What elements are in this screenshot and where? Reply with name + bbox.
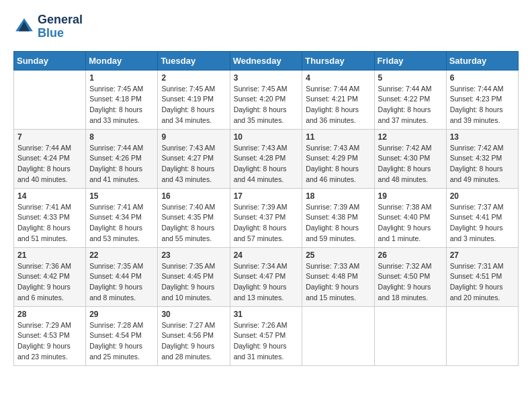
logo: General Blue <box>13 13 83 40</box>
sunset-text: Sunset: 4:32 PM <box>450 154 502 162</box>
day-number: 26 <box>378 250 443 260</box>
sunset-text: Sunset: 4:47 PM <box>234 272 286 280</box>
sunset-text: Sunset: 4:20 PM <box>234 95 286 103</box>
day-number: 15 <box>89 191 154 201</box>
sunrise-text: Sunrise: 7:35 AM <box>89 262 143 270</box>
daylight-text: Daylight: 8 hours and 41 minutes. <box>89 165 142 183</box>
day-info: Sunrise: 7:39 AMSunset: 4:37 PMDaylight:… <box>234 202 299 244</box>
day-info: Sunrise: 7:42 AMSunset: 4:32 PMDaylight:… <box>450 143 515 185</box>
daylight-text: Daylight: 9 hours and 23 minutes. <box>17 342 71 361</box>
calendar-week-3: 14Sunrise: 7:41 AMSunset: 4:33 PMDayligh… <box>14 188 519 247</box>
day-info: Sunrise: 7:44 AMSunset: 4:26 PMDaylight:… <box>89 143 154 185</box>
sunrise-text: Sunrise: 7:42 AM <box>450 144 504 152</box>
day-info: Sunrise: 7:37 AMSunset: 4:41 PMDaylight:… <box>450 202 515 244</box>
weekday-header-monday: Monday <box>86 51 158 70</box>
sunset-text: Sunset: 4:29 PM <box>306 154 358 162</box>
sunrise-text: Sunrise: 7:35 AM <box>161 262 215 270</box>
weekday-header-tuesday: Tuesday <box>158 51 230 70</box>
sunrise-text: Sunrise: 7:37 AM <box>450 203 504 211</box>
day-info: Sunrise: 7:38 AMSunset: 4:40 PMDaylight:… <box>378 202 443 244</box>
day-number: 10 <box>234 132 299 142</box>
weekday-header-sunday: Sunday <box>14 51 86 70</box>
daylight-text: Daylight: 8 hours and 46 minutes. <box>306 165 359 183</box>
day-info: Sunrise: 7:26 AMSunset: 4:57 PMDaylight:… <box>234 320 299 363</box>
sunset-text: Sunset: 4:38 PM <box>306 213 358 221</box>
sunset-text: Sunset: 4:24 PM <box>17 154 70 162</box>
day-number: 8 <box>89 132 154 142</box>
sunrise-text: Sunrise: 7:45 AM <box>89 85 143 93</box>
day-info: Sunrise: 7:45 AMSunset: 4:20 PMDaylight:… <box>234 84 299 126</box>
day-info: Sunrise: 7:41 AMSunset: 4:34 PMDaylight:… <box>89 202 154 244</box>
sunset-text: Sunset: 4:44 PM <box>89 272 142 280</box>
calendar-cell: 14Sunrise: 7:41 AMSunset: 4:33 PMDayligh… <box>14 188 86 247</box>
calendar-cell: 19Sunrise: 7:38 AMSunset: 4:40 PMDayligh… <box>374 188 446 247</box>
day-number: 14 <box>17 191 82 201</box>
sunset-text: Sunset: 4:26 PM <box>89 154 142 162</box>
sunrise-text: Sunrise: 7:28 AM <box>89 321 143 329</box>
day-number: 5 <box>378 73 443 83</box>
daylight-text: Daylight: 9 hours and 25 minutes. <box>89 342 142 361</box>
daylight-text: Daylight: 9 hours and 28 minutes. <box>161 342 214 361</box>
day-number: 12 <box>378 132 443 142</box>
day-info: Sunrise: 7:42 AMSunset: 4:30 PMDaylight:… <box>378 143 443 185</box>
calendar-cell: 16Sunrise: 7:40 AMSunset: 4:35 PMDayligh… <box>158 188 230 247</box>
calendar-cell: 17Sunrise: 7:39 AMSunset: 4:37 PMDayligh… <box>230 188 302 247</box>
calendar-cell: 29Sunrise: 7:28 AMSunset: 4:54 PMDayligh… <box>86 306 158 365</box>
sunrise-text: Sunrise: 7:43 AM <box>306 144 359 152</box>
daylight-text: Daylight: 9 hours and 15 minutes. <box>306 283 359 302</box>
day-number: 21 <box>17 250 82 260</box>
sunset-text: Sunset: 4:41 PM <box>450 213 502 221</box>
calendar-cell: 10Sunrise: 7:43 AMSunset: 4:28 PMDayligh… <box>230 129 302 188</box>
day-number: 11 <box>306 132 370 142</box>
calendar-cell: 21Sunrise: 7:36 AMSunset: 4:42 PMDayligh… <box>14 247 86 306</box>
calendar-cell: 15Sunrise: 7:41 AMSunset: 4:34 PMDayligh… <box>86 188 158 247</box>
calendar-cell: 12Sunrise: 7:42 AMSunset: 4:30 PMDayligh… <box>374 129 446 188</box>
weekday-header-friday: Friday <box>374 51 446 70</box>
day-number: 31 <box>234 310 299 319</box>
day-number: 7 <box>17 132 82 142</box>
sunrise-text: Sunrise: 7:39 AM <box>234 203 287 211</box>
day-info: Sunrise: 7:45 AMSunset: 4:18 PMDaylight:… <box>89 84 154 126</box>
calendar-cell: 27Sunrise: 7:31 AMSunset: 4:51 PMDayligh… <box>446 247 518 306</box>
logo-text-general: General <box>38 13 83 27</box>
weekday-header-thursday: Thursday <box>302 51 374 70</box>
calendar-cell: 1Sunrise: 7:45 AMSunset: 4:18 PMDaylight… <box>86 70 158 129</box>
day-number: 30 <box>161 310 226 319</box>
sunrise-text: Sunrise: 7:29 AM <box>17 321 71 329</box>
day-info: Sunrise: 7:44 AMSunset: 4:21 PMDaylight:… <box>306 84 370 126</box>
day-info: Sunrise: 7:33 AMSunset: 4:48 PMDaylight:… <box>306 261 370 304</box>
sunrise-text: Sunrise: 7:36 AM <box>17 262 71 270</box>
sunrise-text: Sunrise: 7:31 AM <box>450 262 504 270</box>
sunset-text: Sunset: 4:30 PM <box>378 154 431 162</box>
daylight-text: Daylight: 8 hours and 49 minutes. <box>450 165 503 183</box>
daylight-text: Daylight: 8 hours and 51 minutes. <box>17 224 71 242</box>
daylight-text: Daylight: 8 hours and 33 minutes. <box>89 105 142 124</box>
page-header: General Blue <box>13 13 519 40</box>
sunrise-text: Sunrise: 7:40 AM <box>161 203 215 211</box>
day-number: 24 <box>234 250 299 260</box>
day-number: 4 <box>306 73 370 83</box>
sunrise-text: Sunrise: 7:38 AM <box>378 203 432 211</box>
sunset-text: Sunset: 4:18 PM <box>89 95 142 103</box>
daylight-text: Daylight: 8 hours and 53 minutes. <box>89 224 142 242</box>
daylight-text: Daylight: 9 hours and 8 minutes. <box>89 283 142 302</box>
day-number: 22 <box>89 250 154 260</box>
sunset-text: Sunset: 4:23 PM <box>450 95 502 103</box>
calendar-cell: 7Sunrise: 7:44 AMSunset: 4:24 PMDaylight… <box>14 129 86 188</box>
day-info: Sunrise: 7:43 AMSunset: 4:29 PMDaylight:… <box>306 143 370 185</box>
sunset-text: Sunset: 4:21 PM <box>306 95 358 103</box>
daylight-text: Daylight: 8 hours and 43 minutes. <box>161 165 214 183</box>
sunrise-text: Sunrise: 7:26 AM <box>234 321 287 329</box>
sunset-text: Sunset: 4:37 PM <box>234 213 286 221</box>
day-number: 16 <box>161 191 226 201</box>
daylight-text: Daylight: 8 hours and 57 minutes. <box>234 224 287 242</box>
day-info: Sunrise: 7:28 AMSunset: 4:54 PMDaylight:… <box>89 320 154 363</box>
day-info: Sunrise: 7:35 AMSunset: 4:45 PMDaylight:… <box>161 261 226 304</box>
daylight-text: Daylight: 9 hours and 20 minutes. <box>450 283 503 302</box>
daylight-text: Daylight: 9 hours and 31 minutes. <box>234 342 287 361</box>
sunset-text: Sunset: 4:22 PM <box>378 95 431 103</box>
calendar-cell <box>374 306 446 365</box>
sunset-text: Sunset: 4:28 PM <box>234 154 286 162</box>
sunrise-text: Sunrise: 7:45 AM <box>161 85 215 93</box>
calendar-cell: 26Sunrise: 7:32 AMSunset: 4:50 PMDayligh… <box>374 247 446 306</box>
